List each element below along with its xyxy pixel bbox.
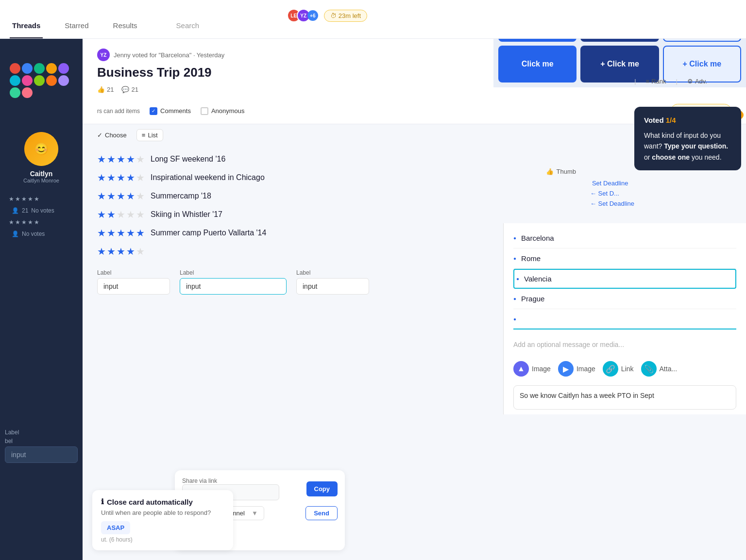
left-text-input[interactable] [5, 446, 78, 463]
list-toggle[interactable]: ≡ List [136, 129, 163, 141]
voted-line2: want? Type your question. [644, 141, 731, 151]
rank-button[interactable]: ≡ Rank [646, 78, 666, 85]
image-icon-2: ▶ [558, 361, 574, 377]
mini-avatar [34, 63, 45, 74]
anonymous-checkbox[interactable]: Anonymous [201, 107, 245, 115]
top-navigation: Threads Starred Results Search LE YZ +6 … [0, 0, 746, 39]
adv-button[interactable]: ⚙ Adv. [687, 78, 707, 85]
tab-search[interactable]: Search [174, 21, 202, 38]
image-label-1: Image [532, 365, 551, 373]
list-label: List [148, 132, 157, 139]
profile-subtitle: Caitlyn Monroe [23, 178, 59, 183]
comments-checkbox-icon: ✓ [150, 107, 157, 115]
message-area: Add an optional message or media... ▲ Im… [513, 337, 736, 410]
message-textarea[interactable]: So we know Caitlyn has a week PTO in Sep… [513, 385, 736, 410]
vote-options-panel: ● Barcelona ● Rome ● Valencia ● Prague ●… [503, 223, 746, 414]
no-votes-label-2: 👤 No votes [9, 229, 74, 239]
click-me-button-6[interactable]: + Click me [663, 46, 741, 82]
check-icon: ✓ [97, 132, 102, 139]
image-button-2[interactable]: ▶ Image [558, 361, 595, 377]
link-button[interactable]: 🔗 Link [603, 361, 634, 377]
comments-checkbox[interactable]: ✓ Comments [150, 107, 191, 115]
vote-up-count: 👍 21 [97, 86, 114, 93]
choose-label: Choose [105, 132, 127, 139]
timer-icon: ⏱ [330, 12, 337, 19]
can-add-items-text: rs can add items [97, 108, 140, 115]
close-card-subtitle: Until when are people able to respond? [101, 509, 224, 516]
nav-tabs: Threads Starred Results Search [10, 0, 202, 38]
star-rating: ★ ★ ★ ★ ★ [97, 246, 145, 257]
set-deadline-label-2: ← Set D... [590, 190, 619, 197]
tab-threads[interactable]: Threads [10, 21, 43, 38]
option-text: Skiing in Whistler '17 [151, 210, 222, 219]
send-button[interactable]: Send [305, 506, 338, 520]
mini-avatar [22, 63, 33, 74]
left-input-label: Label [5, 429, 78, 436]
left-bel-label: bel [5, 436, 78, 446]
attach-button[interactable]: 📎 Atta... [641, 361, 678, 377]
tab-starred[interactable]: Starred [62, 21, 91, 38]
text-input-2[interactable] [180, 278, 287, 295]
copy-button[interactable]: Copy [306, 481, 338, 496]
adv-label: Adv. [695, 78, 707, 85]
option-text: Inspirational weekend in Chicago [151, 173, 265, 182]
poll-option-row: ★ ★ ★ ★ ★ Summercamp '18 [97, 190, 731, 202]
voted-fraction: 1/4 [666, 116, 676, 124]
option-dot: ● [513, 296, 516, 301]
star-rating: ★ ★ ★ ★ ★ [97, 227, 145, 239]
thumb-toggle[interactable]: 👍 Thumb [546, 168, 576, 175]
click-me-button-4[interactable]: Click me [498, 46, 576, 82]
no-votes-label-1: 👤 21 No votes [9, 205, 74, 216]
option-label: Rome [521, 254, 541, 263]
info-icon: ℹ [101, 497, 104, 506]
timer-badge: ⏱ 23m left [324, 10, 367, 22]
activity-text: Jenny voted for "Barcelona" · Yesterday [114, 51, 224, 59]
vote-option-valencia[interactable]: ● Valencia [513, 269, 736, 289]
tab-results[interactable]: Results [111, 21, 140, 38]
mini-avatar [46, 75, 57, 86]
set-deadline-item-3[interactable]: ← Set Deadline [590, 200, 634, 207]
vote-stats: ★ ★ ★ ★ ★ 👤 21 No votes ★ ★ ★ ★ ★ 👤 No v… [5, 188, 78, 247]
voted-title: Voted 1/4 [644, 115, 731, 126]
set-deadline-items: Set Deadline ← Set D... ← Set Deadline [590, 180, 634, 207]
star-rating: ★ ★ ★ ★ ★ [97, 209, 145, 220]
choose-toggle[interactable]: ✓ Choose [97, 132, 127, 139]
vote-option-rome[interactable]: ● Rome [513, 248, 736, 269]
share-via-link-label: Share via link [182, 478, 279, 484]
poll-option-row: ★ ★ ★ ★ ★ Skiing in Whistler '17 [97, 209, 731, 220]
message-placeholder: Add an optional message or media... [513, 337, 736, 352]
asap-badge[interactable]: ASAP [101, 521, 130, 534]
vote-down-count: 💬 21 [121, 86, 138, 93]
option-dot: ● [513, 235, 516, 241]
rank-adv-toolbar: 👍 Thumb | ≡ Rank | ⚙ Adv. [634, 78, 707, 85]
vote-option-barcelona[interactable]: ● Barcelona [513, 228, 736, 248]
voted-line1: What kind of input do you [644, 130, 731, 141]
vote-option-prague[interactable]: ● Prague [513, 289, 736, 309]
attach-label: Atta... [660, 365, 678, 373]
option-dot: ● [513, 256, 516, 261]
profile-avatar: 😊 [24, 132, 58, 166]
image-button-1[interactable]: ▲ Image [513, 361, 551, 377]
new-option-input-row: ● [513, 309, 736, 329]
rank-icon: ≡ [646, 78, 650, 85]
anonymous-checkbox-icon [201, 107, 208, 115]
link-icon: 🔗 [603, 361, 618, 377]
rank-label: Rank [651, 78, 666, 85]
text-input-3[interactable] [296, 278, 369, 295]
set-deadline-label-1: Set Deadline [592, 180, 628, 187]
click-me-button-5[interactable]: + Click me [580, 46, 659, 82]
option-label: Barcelona [521, 234, 554, 242]
mini-avatar [58, 63, 69, 74]
new-option-input[interactable] [516, 313, 736, 325]
text-input-1[interactable] [97, 278, 170, 295]
chevron-down-icon: ▼ [252, 510, 258, 517]
star-rating-row: ★ ★ ★ ★ ★ [9, 196, 74, 202]
input-group-1: Label [97, 269, 170, 295]
input-group-2: Label [180, 269, 287, 295]
set-deadline-item-2[interactable]: ← Set D... [590, 190, 634, 197]
avatar-group: LE YZ +6 ⏱ 23m left [291, 9, 367, 22]
image-icon-1: ▲ [513, 361, 529, 377]
close-card-section: ℹ Close card automatically Until when ar… [92, 490, 233, 550]
thumb-icon: 👍 [546, 168, 554, 175]
set-deadline-item-1[interactable]: Set Deadline [590, 180, 634, 187]
